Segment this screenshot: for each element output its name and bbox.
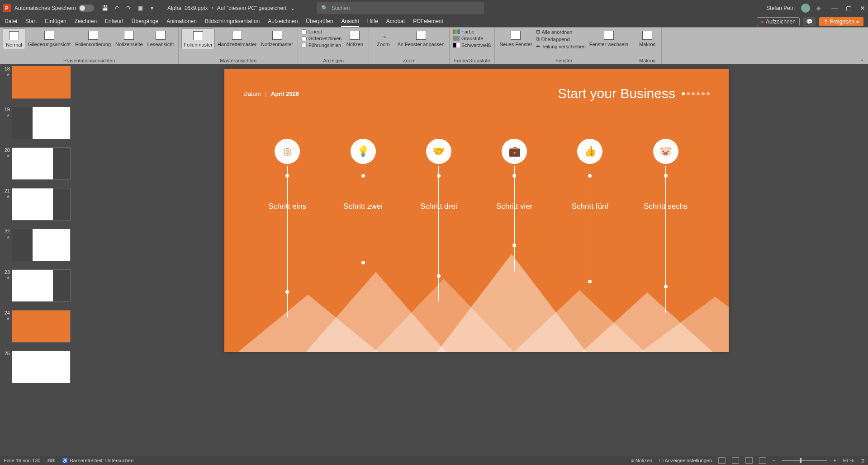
share-button[interactable]: ⇪ Freigeben ▾ [819, 17, 863, 26]
sorter-view-icon[interactable] [732, 457, 739, 464]
notes-button[interactable]: ≡ Notizen [631, 458, 652, 463]
autosave-label: Automatisches Speichern [14, 5, 76, 11]
thumbnail-21[interactable]: 21★ [0, 186, 85, 227]
group-label: Fenster [498, 57, 630, 64]
normal-view-icon[interactable] [718, 457, 726, 464]
comments-button[interactable]: 💬 [803, 17, 816, 26]
thumbnail-image [12, 310, 71, 343]
filename-area[interactable]: Alpha_16x9.pptx • Auf "diesem PC" gespei… [167, 5, 295, 11]
language-icon[interactable]: ⌨ [47, 458, 55, 464]
guides-checkbox[interactable]: Führungslinien [301, 42, 342, 48]
fit-window-button[interactable]: An Fenster anpassen [395, 28, 446, 48]
notes-master-button[interactable]: Notizenmaster [259, 28, 295, 48]
ribbon-group-master-views: Folienmaster Handzettelmaster Notizenmas… [179, 28, 298, 64]
powerpoint-icon: P [3, 4, 11, 12]
group-label: Masteransichten [181, 57, 295, 64]
gridlines-checkbox[interactable]: Gitternetzlinien [301, 35, 342, 42]
display-settings-button[interactable]: 🖵 Anzeigeeinstellungen [659, 458, 712, 463]
blackwhite-button[interactable]: Schwarzweiß [452, 42, 492, 48]
new-window-button[interactable]: Neues Fenster [498, 28, 534, 48]
autosave-toggle[interactable] [79, 5, 94, 12]
coins-icon: ◎ [275, 139, 300, 164]
tab-entwurf[interactable]: Entwurf [105, 18, 123, 27]
notes-button[interactable]: Notizen [343, 28, 366, 48]
tab-pdfelement[interactable]: PDFelement [413, 18, 443, 27]
notes-page-button[interactable]: Notizenseite [114, 28, 145, 48]
thumbnail-19[interactable]: 19★ [0, 105, 85, 146]
thumbnail-panel[interactable]: 18★ 19★ 20★ 21★ 22★ 23★ 24★ 25 [0, 64, 85, 456]
thumbnail-20[interactable]: 20★ [0, 146, 85, 186]
group-label: Zoom [372, 57, 446, 64]
tab-ansicht[interactable]: Ansicht [341, 18, 359, 27]
comment-icon: 💬 [806, 19, 813, 25]
move-split-button[interactable]: ⬌Teilung verschieben [535, 43, 587, 50]
tab-acrobat[interactable]: Acrobat [386, 18, 405, 27]
slideshow-view-icon[interactable] [759, 457, 766, 464]
redo-icon[interactable]: ↷ [125, 5, 132, 12]
slide-canvas[interactable]: Datum | April 2026 Start your Business [224, 69, 729, 352]
tab-uebergaenge[interactable]: Übergänge [132, 18, 158, 27]
accessibility-status[interactable]: ♿ Barrierefreiheit: Untersuchen [62, 458, 133, 464]
ruler-checkbox[interactable]: Lineal [301, 28, 342, 35]
thumbnail-18[interactable]: 18★ [0, 64, 85, 105]
thumbnail-24[interactable]: 24★ [0, 308, 85, 349]
cascade-button[interactable]: ⧉Überlappend [535, 36, 587, 42]
chevron-down-icon[interactable]: ⌄ [290, 5, 295, 11]
slide-sorter-button[interactable]: Foliensortierung [73, 28, 113, 48]
slide-master-button[interactable]: Folienmaster [181, 28, 215, 49]
tab-start[interactable]: Start [25, 18, 37, 27]
group-label: Anzeigen [301, 57, 366, 64]
search-bar[interactable]: 🔍 Suchen [317, 2, 484, 14]
slide-counter[interactable]: Folie 18 von 130 [4, 458, 40, 463]
present-icon[interactable]: ▣ [137, 5, 144, 12]
tab-zeichnen[interactable]: Zeichnen [75, 18, 97, 27]
record-button[interactable]: ● Aufzeichnen [757, 17, 800, 26]
briefcase-icon: 💼 [502, 139, 527, 164]
arrange-icon: ⊞ [536, 29, 540, 35]
normal-view-button[interactable]: Normal [3, 28, 25, 49]
grayscale-button[interactable]: Graustufe [452, 35, 492, 42]
avatar[interactable] [801, 4, 810, 13]
animation-star-icon: ★ [6, 194, 10, 199]
tab-ueberpruefen[interactable]: Überprüfen [306, 18, 333, 27]
zoom-slider[interactable] [782, 460, 827, 461]
tab-animationen[interactable]: Animationen [166, 18, 197, 27]
color-button[interactable]: Farbe [452, 28, 492, 35]
reading-view-icon[interactable] [745, 457, 753, 464]
qat-customize-icon[interactable]: ▾ [148, 5, 156, 12]
group-label: Farbe/Graustufe [452, 57, 492, 64]
animation-star-icon: ★ [6, 276, 10, 280]
macros-button[interactable]: Makros [636, 28, 659, 48]
arrange-all-button[interactable]: ⊞Alle anordnen [535, 28, 587, 35]
username-text[interactable]: Stefan Petri [766, 5, 795, 11]
zoom-button[interactable]: 🔍Zoom [372, 28, 394, 48]
close-icon[interactable]: ✕ [860, 5, 865, 12]
minimize-icon[interactable]: — [831, 5, 838, 12]
fit-to-window-icon[interactable]: ⊡ [860, 458, 864, 464]
thumbnail-22[interactable]: 22★ [0, 227, 85, 268]
save-icon[interactable]: 💾 [101, 5, 109, 12]
thumbnail-25[interactable]: 25 [0, 349, 85, 390]
outline-view-button[interactable]: Gliederungsansicht [26, 28, 72, 48]
tab-hilfe[interactable]: Hilfe [367, 18, 378, 27]
ribbon-collapse-icon[interactable]: ⌄ [860, 56, 864, 62]
tab-einfuegen[interactable]: Einfügen [45, 18, 66, 27]
zoom-out-icon[interactable]: − [773, 458, 775, 463]
reading-view-button[interactable]: Leseansicht [146, 28, 176, 48]
tab-datei[interactable]: Datei [5, 18, 17, 27]
handout-master-button[interactable]: Handzettelmaster [216, 28, 258, 48]
animation-star-icon: ★ [6, 154, 10, 158]
zoom-in-icon[interactable]: + [833, 458, 836, 463]
tab-aufzeichnen[interactable]: Aufzeichnen [268, 18, 298, 27]
diamond-icon[interactable]: ◈ [816, 5, 821, 11]
thumbnail-image [12, 269, 71, 302]
quick-access-toolbar: 💾 ↶ ↷ ▣ ▾ [101, 5, 156, 12]
tab-bildschirmpraesentation[interactable]: Bildschirmpräsentation [205, 18, 260, 27]
slide-area[interactable]: Datum | April 2026 Start your Business [85, 64, 868, 456]
undo-icon[interactable]: ↶ [113, 5, 120, 12]
animation-star-icon: ★ [6, 113, 10, 117]
zoom-level[interactable]: 56 % [843, 458, 854, 463]
thumbnail-23[interactable]: 23★ [0, 268, 85, 308]
switch-window-button[interactable]: Fenster wechseln [588, 28, 630, 48]
maximize-icon[interactable]: ▢ [846, 5, 852, 12]
